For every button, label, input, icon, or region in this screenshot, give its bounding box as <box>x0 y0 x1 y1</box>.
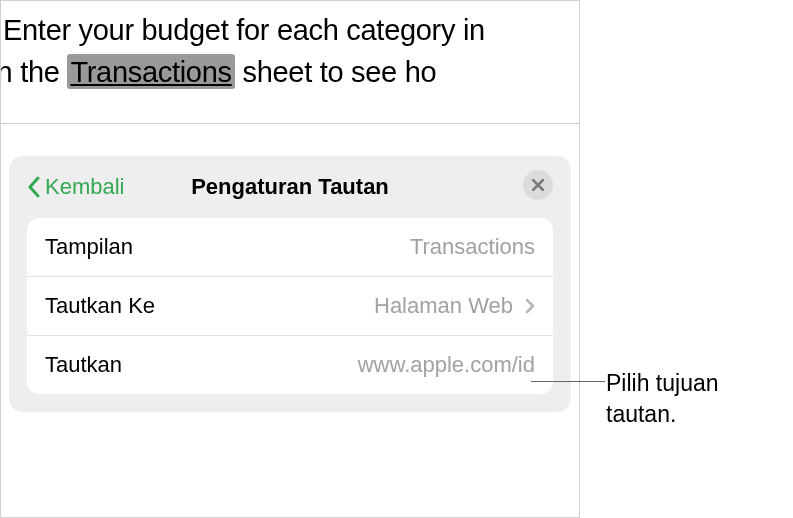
document-line-2: ns on the Transactions sheet to see ho <box>0 51 579 93</box>
link-to-value: Halaman Web <box>374 293 535 319</box>
app-window: Enter your budget for each category in n… <box>0 0 580 518</box>
callout-line-2: tautan. <box>606 399 719 430</box>
close-icon <box>532 179 544 191</box>
popover-container: Kembali Pengaturan Tautan Tampilan Trans… <box>1 124 579 420</box>
link-url-value: www.apple.com/id <box>358 352 535 378</box>
link-url-label: Tautkan <box>45 352 122 378</box>
document-line-1: Enter your budget for each category in <box>1 9 579 51</box>
callout-annotation: Pilih tujuan tautan. <box>606 368 719 430</box>
line2-prefix: ns on the <box>0 56 67 88</box>
line2-suffix: sheet to see ho <box>235 56 437 88</box>
display-label: Tampilan <box>45 234 133 260</box>
callout-line-1: Pilih tujuan <box>606 368 719 399</box>
link-settings-popover: Kembali Pengaturan Tautan Tampilan Trans… <box>9 156 571 412</box>
back-label: Kembali <box>45 174 124 200</box>
settings-list: Tampilan Transactions Tautkan Ke Halaman… <box>27 218 553 394</box>
selected-link-text[interactable]: Transactions <box>67 54 234 89</box>
link-to-value-text: Halaman Web <box>374 293 513 319</box>
display-value: Transactions <box>410 234 535 260</box>
link-url-row[interactable]: Tautkan www.apple.com/id <box>27 336 553 394</box>
display-row[interactable]: Tampilan Transactions <box>27 218 553 277</box>
close-button[interactable] <box>523 170 553 200</box>
chevron-right-icon <box>525 298 535 314</box>
callout-leader-line <box>531 381 605 382</box>
chevron-left-icon <box>27 176 41 198</box>
link-to-label: Tautkan Ke <box>45 293 155 319</box>
document-content: Enter your budget for each category in n… <box>1 1 579 123</box>
link-to-row[interactable]: Tautkan Ke Halaman Web <box>27 277 553 336</box>
popover-header: Kembali Pengaturan Tautan <box>27 170 553 204</box>
back-button[interactable]: Kembali <box>27 174 124 200</box>
